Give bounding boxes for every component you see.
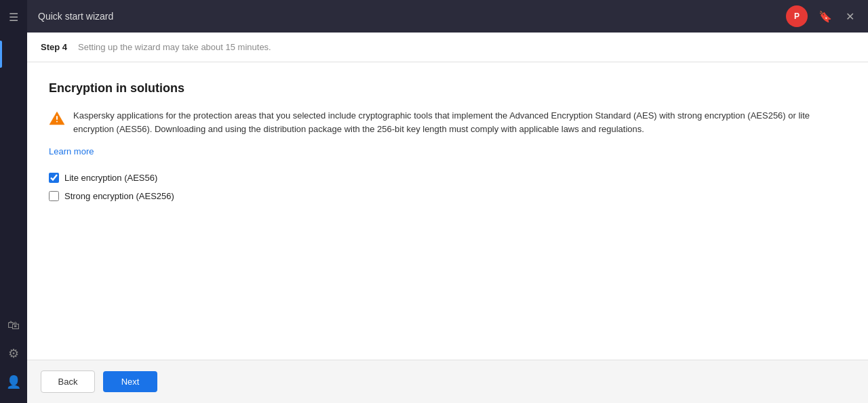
checkbox-group: Lite encryption (AES56) Strong encryptio… [49, 173, 846, 201]
avatar-button[interactable]: P [786, 5, 808, 27]
menu-icon[interactable]: ☰ [3, 5, 24, 29]
strong-encryption-label: Strong encryption (AES256) [64, 191, 174, 201]
sidebar-accent-bar [0, 41, 2, 68]
next-button[interactable]: Next [103, 371, 157, 392]
warning-triangle-svg [49, 110, 65, 127]
bag-icon[interactable]: 🛍 [7, 318, 20, 333]
lite-encryption-checkbox[interactable] [49, 173, 59, 183]
learn-more-link[interactable]: Learn more [49, 146, 846, 156]
sidebar: ☰ 🛍 ⚙ 👤 [0, 0, 27, 403]
settings-icon[interactable]: ⚙ [8, 346, 19, 361]
strong-encryption-checkbox[interactable] [49, 191, 59, 201]
lite-encryption-label: Lite encryption (AES56) [64, 173, 157, 183]
section-title: Encryption in solutions [49, 81, 846, 96]
close-icon-button[interactable]: ✕ [843, 7, 857, 26]
strong-encryption-checkbox-label[interactable]: Strong encryption (AES256) [49, 191, 846, 201]
stepbar: Step 4 Setting up the wizard may take ab… [27, 33, 868, 62]
footer: Back Next [27, 360, 868, 403]
titlebar: Quick start wizard P 🔖 ✕ [27, 0, 868, 33]
back-button[interactable]: Back [41, 370, 95, 393]
warning-box: Kaspersky applications for the protectio… [49, 109, 846, 135]
warning-text: Kaspersky applications for the protectio… [73, 109, 846, 135]
svg-point-0 [56, 121, 58, 123]
step-label: Step 4 [41, 42, 67, 52]
warning-icon [49, 110, 65, 129]
titlebar-title: Quick start wizard [38, 11, 778, 22]
bookmark-icon-button[interactable]: 🔖 [816, 7, 835, 26]
titlebar-actions: P 🔖 ✕ [786, 5, 857, 27]
sidebar-bottom-icons: 🛍 ⚙ 👤 [6, 318, 21, 389]
user-icon[interactable]: 👤 [6, 375, 21, 389]
lite-encryption-checkbox-label[interactable]: Lite encryption (AES56) [49, 173, 846, 183]
content-area: Encryption in solutions Kaspersky applic… [27, 62, 868, 360]
step-description: Setting up the wizard may take about 15 … [78, 42, 271, 52]
main-area: Quick start wizard P 🔖 ✕ Step 4 Setting … [27, 0, 868, 403]
